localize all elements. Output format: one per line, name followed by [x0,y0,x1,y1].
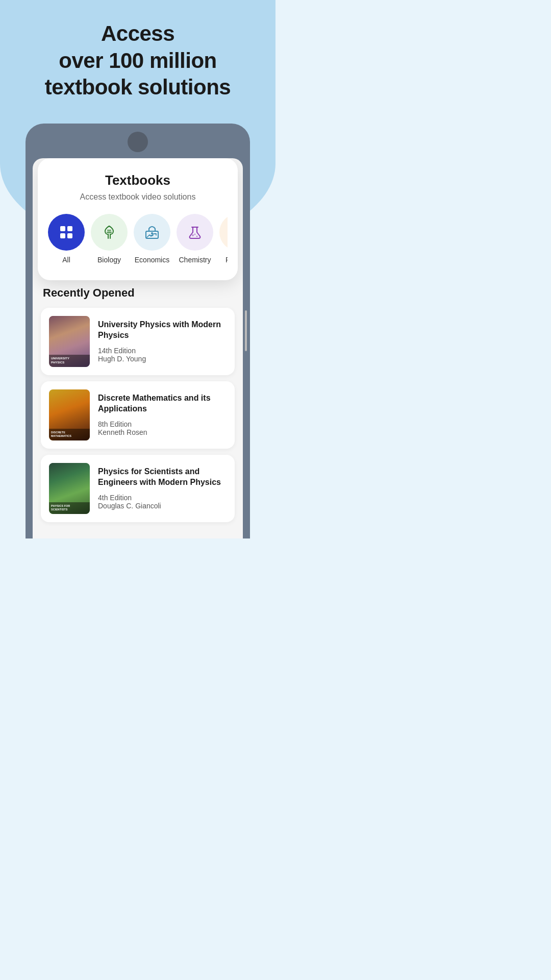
recently-opened-title: Recently Opened [41,286,235,300]
book-card-2[interactable]: DISCRETEMATHEMATICS Discrete Mathematics… [41,381,235,449]
book-author-1: Hugh D. Young [98,355,227,363]
book-edition-3: 4th Edition [98,494,227,502]
all-icon [48,214,85,251]
textbooks-card: Textbooks Access textbook video solution… [38,158,238,280]
book-card-1[interactable]: UNIVERSITYPHYSICS University Physics wit… [41,308,235,375]
book-card-3[interactable]: PHYSICS FORSCIENTISTS Physics for Scient… [41,455,235,522]
card-title: Textbooks [48,173,228,188]
chemistry-icon [177,214,213,251]
book-cover-3: PHYSICS FORSCIENTISTS [49,463,90,514]
svg-rect-2 [60,233,65,238]
hero-section: Access over 100 million textbook solutio… [0,0,276,111]
all-label: All [62,256,70,264]
category-all[interactable]: All [48,214,85,264]
svg-point-12 [194,233,196,235]
book-info-3: Physics for Scientists and Engineers wit… [98,467,227,510]
svg-point-11 [196,235,198,237]
biology-label: Biology [97,256,121,264]
economics-icon [134,214,170,251]
book-info-2: Discrete Mathematics and its Application… [98,393,227,437]
phone-screen: Textbooks Access textbook video solution… [33,158,243,538]
svg-point-8 [151,232,153,234]
svg-rect-1 [67,226,72,231]
book-info-1: University Physics with Modern Physics 1… [98,320,227,363]
hero-title: Access over 100 million textbook solutio… [15,20,260,101]
phone-mockup: Textbooks Access textbook video solution… [26,124,250,538]
book-author-3: Douglas C. Giancoli [98,502,227,510]
book-cover-1: UNIVERSITYPHYSICS [49,316,90,367]
book-edition-2: 8th Edition [98,420,227,428]
phone-scrollbar [245,310,247,351]
biology-icon [91,214,128,251]
book-author-2: Kenneth Rosen [98,428,227,436]
svg-rect-0 [60,226,65,231]
category-biology[interactable]: Biology [91,214,128,264]
category-physics[interactable]: Physics [219,214,228,264]
chemistry-label: Chemistry [179,256,211,264]
svg-rect-3 [67,233,72,238]
physics-label: Physics [226,256,228,264]
book-title-1: University Physics with Modern Physics [98,320,227,341]
recently-opened-section: Recently Opened UNIVERSITYPHYSICS Univer… [33,276,243,538]
categories-row[interactable]: All Biology [48,214,228,268]
book-title-3: Physics for Scientists and Engineers wit… [98,467,227,488]
phone-mockup-wrapper: Textbooks Access textbook video solution… [0,124,276,538]
physics-icon [219,214,228,251]
book-title-2: Discrete Mathematics and its Application… [98,393,227,414]
book-edition-1: 14th Edition [98,347,227,355]
book-cover-2: DISCRETEMATHEMATICS [49,389,90,440]
category-chemistry[interactable]: Chemistry [177,214,213,264]
phone-notch [128,132,148,152]
card-subtitle: Access textbook video solutions [48,192,228,202]
economics-label: Economics [135,256,169,264]
category-economics[interactable]: Economics [134,214,170,264]
svg-point-10 [192,234,194,236]
